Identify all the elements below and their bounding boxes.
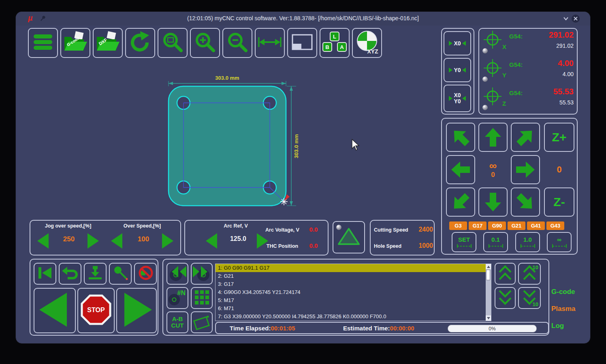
jog-z-minus-button[interactable]: Z- [544,187,574,217]
torch-probe-icon [111,265,129,283]
over-speed-decrease-button[interactable] [108,231,128,251]
pin-icon[interactable] [40,15,46,23]
step-0-1-button[interactable]: 0.1 [483,232,508,252]
over-speed-increase-button[interactable] [157,231,176,251]
gcode-line[interactable]: 7: G3 X39.000000 Y20.500000 I4.794255 J8… [216,313,486,321]
axis-position: 4.00 [558,59,574,68]
open-dxf-button[interactable]: DXF [93,28,123,58]
step-continuous-button[interactable]: ∞ [547,232,572,252]
jog-up-right-button[interactable] [511,123,540,152]
scroll-up-button[interactable] [495,263,516,285]
run-back-button[interactable] [34,288,76,333]
zoom-in-button[interactable] [190,28,220,58]
hole-speed-value: 1000 [411,242,433,249]
gcode-state-chip: G90 [488,221,506,230]
tab-log[interactable]: Log [551,322,564,330]
axis-target-icon[interactable] [483,59,502,79]
reload-button[interactable] [125,28,155,58]
torch-probe-button[interactable] [109,263,132,285]
step-set-button[interactable]: SET [452,232,476,252]
ab-cut-button[interactable]: A-B CUT [166,311,188,333]
axis-target-icon[interactable] [483,87,502,107]
goto-xyz-button[interactable]: XYZ [352,28,382,58]
app-window: µ (12:01:05) myCNC control software. Ver… [15,11,591,344]
zoom-out-button[interactable] [222,28,252,58]
zoom-fit-button[interactable] [158,28,188,58]
open-gcode-button[interactable]: G-code [60,28,90,58]
view-frame-button[interactable] [287,28,317,58]
dro-panel: X G54: 291.02 291.02 Y G54: 4.00 4.00 Z … [478,28,578,115]
gcode-state-chip: G21 [508,221,525,230]
back-step-button[interactable] [59,263,81,285]
jog-down-left-button[interactable] [446,187,475,217]
app-logo: µ [28,13,33,23]
zero-y-button[interactable]: Y0 [444,58,471,82]
gauge-icon [488,243,504,248]
jog-left-button[interactable] [446,155,475,184]
shape-rotate-button[interactable] [191,311,213,333]
jog-down-right-button[interactable] [511,187,540,217]
scrollbar-up-icon[interactable] [486,264,491,269]
fit-width-button[interactable] [255,28,285,58]
gcode-line[interactable]: 4: G90G0 X34.205745 Y21.724174 [216,288,486,296]
axis-position: 55.53 [553,87,574,96]
dro-row-z: Z G54: 55.53 55.53 [479,86,577,113]
forward-lines-button[interactable] [191,263,213,285]
titlebar[interactable]: µ (12:01:05) myCNC control software. Ver… [16,12,590,26]
keyboard-keys-icon: L B A [322,31,347,55]
thc-enable-button[interactable] [333,221,365,253]
scrollbar-down-icon[interactable] [486,315,491,321]
zero-x-button[interactable]: X0 [444,31,471,55]
nest-grid-button[interactable] [191,287,213,309]
arc-ref-decrease-button[interactable] [203,231,222,251]
gcode-line[interactable]: 5: M17 [216,296,486,304]
jog-speed-increase-button[interactable] [82,231,102,251]
jog-down-button[interactable] [478,187,508,217]
goto-line-button[interactable]: #N [166,287,188,309]
run-forward-button[interactable] [116,288,157,333]
gcode-line[interactable]: 1: G0 G90 G91.1 G17 [216,264,486,272]
stop-button[interactable]: STOP [77,288,115,333]
scroll-up-10-button[interactable]: 10 [518,263,541,285]
arc-ref-label: Arc Ref, V [201,223,270,229]
scroll-down-10-button[interactable]: 10 [518,287,541,309]
toolpath-canvas[interactable]: 303.0 mm 303.0 mm [166,72,312,243]
zoom-fit-icon [161,31,184,55]
gcode-line[interactable]: 6: M71 [216,304,486,313]
rewind-lines-button[interactable] [166,263,188,285]
tool-down-button[interactable] [84,263,107,285]
jog-up-button[interactable] [478,123,508,152]
gcode-line[interactable]: 2: G21 [216,272,486,280]
scrollbar[interactable] [486,264,491,321]
tab-plasma[interactable]: Plasma [551,305,576,313]
jog-right-button[interactable] [511,155,540,184]
axis-zero-panel: X0 Y0 X0 Y0 [441,28,474,115]
menu-button[interactable] [28,28,58,58]
skip-to-start-icon [36,265,54,283]
tab-gcode[interactable]: G-code [551,288,575,296]
close-icon[interactable] [572,15,580,23]
gcode-list[interactable]: 1: G0 G90 G91.1 G17 2: G21 3: G17 4: G90… [215,264,491,321]
scrollbar-thumb[interactable] [486,270,490,280]
gcode-line[interactable]: 3: G17 [216,280,486,288]
gauge-icon [520,243,536,248]
jog-z-plus-button[interactable]: Z+ [544,123,574,152]
tilted-plate-icon [192,312,211,332]
arc-voltage-value: 0.0 [304,226,323,233]
scroll-down-button[interactable] [495,287,516,309]
over-speed-label: Over Speed,[%] [110,223,175,229]
step-1-0-button[interactable]: 1.0 [515,232,540,252]
triangle-right-icon [449,41,452,46]
reload-icon [128,30,152,55]
jog-speed-decrease-button[interactable] [34,231,54,251]
keyboard-jog-button[interactable]: L B A [320,28,350,58]
axis-target-icon[interactable] [483,30,502,51]
go-start-button[interactable] [34,263,56,285]
prohibit-icon [137,265,154,283]
jog-up-left-button[interactable] [446,123,475,152]
cancel-cut-button[interactable] [134,263,157,285]
jog-step-display[interactable]: ∞ 0 [478,155,508,184]
dro-row-x: X G54: 291.02 291.02 [479,30,577,56]
zero-xy-button[interactable]: X0 Y0 [444,85,471,112]
shade-icon[interactable] [562,15,570,23]
